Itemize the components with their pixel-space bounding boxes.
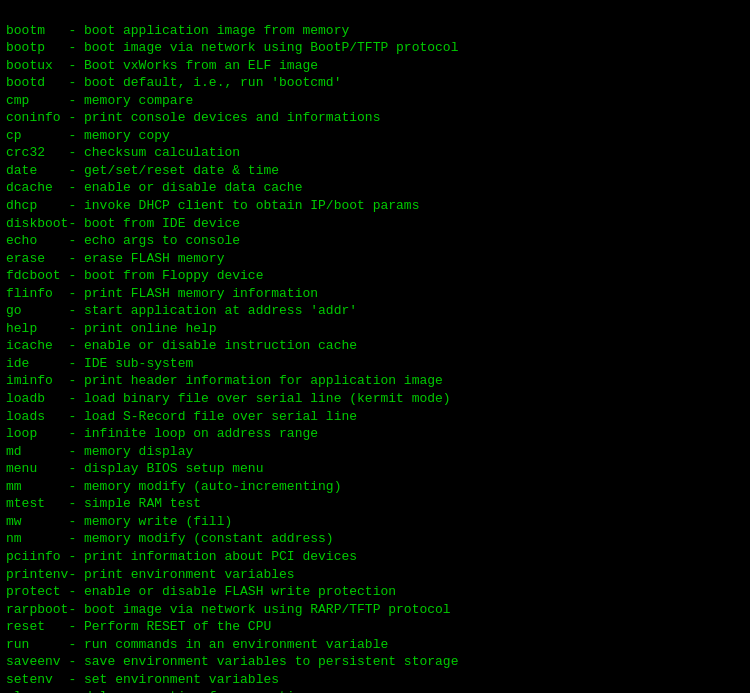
terminal-line: bootp - boot image via network using Boo… [6,39,744,57]
terminal-line: protect - enable or disable FLASH write … [6,583,744,601]
terminal-line: diskboot- boot from IDE device [6,215,744,233]
terminal-line: bootux - Boot vxWorks from an ELF image [6,57,744,75]
terminal-line: loads - load S-Record file over serial l… [6,408,744,426]
terminal-line: echo - echo args to console [6,232,744,250]
terminal-line: fdcboot - boot from Floppy device [6,267,744,285]
terminal-line: help - print online help [6,320,744,338]
terminal-line: setenv - set environment variables [6,671,744,689]
terminal-line: crc32 - checksum calculation [6,144,744,162]
terminal-line: nm - memory modify (constant address) [6,530,744,548]
terminal-line: saveenv - save environment variables to … [6,653,744,671]
terminal-line: date - get/set/reset date & time [6,162,744,180]
terminal-line: flinfo - print FLASH memory information [6,285,744,303]
terminal-line: printenv- print environment variables [6,566,744,584]
terminal-line: bootm - boot application image from memo… [6,22,744,40]
terminal-line: bootd - boot default, i.e., run 'bootcmd… [6,74,744,92]
terminal-output: bootm - boot application image from memo… [6,4,744,693]
terminal-line: mtest - simple RAM test [6,495,744,513]
terminal-line: ide - IDE sub-system [6,355,744,373]
terminal-line: loop - infinite loop on address range [6,425,744,443]
terminal-line: pciinfo - print information about PCI de… [6,548,744,566]
terminal-line: coninfo - print console devices and info… [6,109,744,127]
terminal-line: dcache - enable or disable data cache [6,179,744,197]
terminal-line: run - run commands in an environment var… [6,636,744,654]
terminal-line: dhcp - invoke DHCP client to obtain IP/b… [6,197,744,215]
terminal-line: reset - Perform RESET of the CPU [6,618,744,636]
terminal-line: menu - display BIOS setup menu [6,460,744,478]
terminal-line: rarpboot- boot image via network using R… [6,601,744,619]
terminal-line: erase - erase FLASH memory [6,250,744,268]
terminal-line: cmp - memory compare [6,92,744,110]
terminal-line: sleep - delay execution for some time [6,688,744,693]
terminal-line: cp - memory copy [6,127,744,145]
terminal-line: mm - memory modify (auto-incrementing) [6,478,744,496]
terminal-line: mw - memory write (fill) [6,513,744,531]
terminal-line: go - start application at address 'addr' [6,302,744,320]
terminal-line: iminfo - print header information for ap… [6,372,744,390]
terminal-line: md - memory display [6,443,744,461]
terminal-line: icache - enable or disable instruction c… [6,337,744,355]
terminal-line: loadb - load binary file over serial lin… [6,390,744,408]
